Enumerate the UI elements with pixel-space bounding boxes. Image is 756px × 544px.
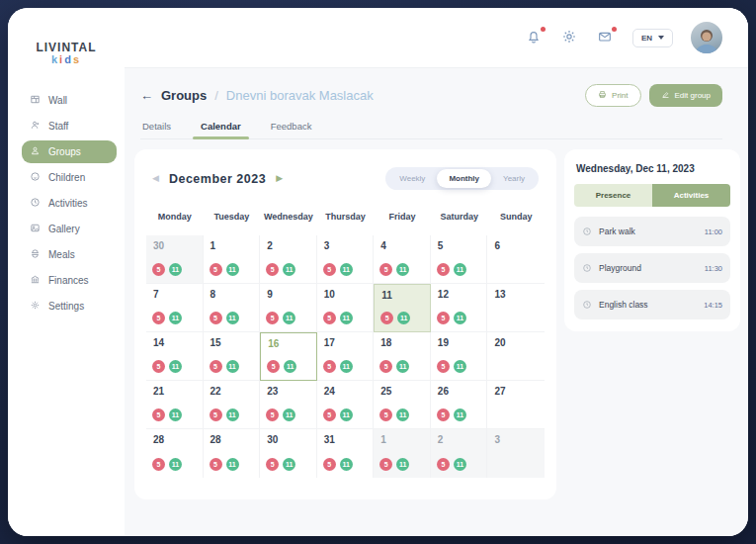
calendar-day-cell[interactable]: 2511 (260, 235, 317, 284)
day-badges: 511 (152, 360, 182, 373)
activity-row[interactable]: Park walk11:00 (574, 217, 730, 246)
tab-calendar[interactable]: Calendar (199, 121, 243, 138)
calendar-day-cell[interactable]: 11511 (374, 284, 431, 332)
calendar-day-cell[interactable]: 21511 (146, 381, 204, 429)
calendar-day-cell[interactable]: 30511 (260, 429, 317, 478)
day-panel-tab-activities[interactable]: Activities (652, 184, 730, 207)
language-code: EN (641, 34, 652, 43)
present-count-badge: 11 (169, 360, 182, 373)
messages-button[interactable] (597, 29, 615, 46)
day-number: 16 (268, 338, 316, 349)
calendar-day-cell[interactable]: 24511 (317, 381, 375, 429)
sidebar-item-label: Finances (48, 275, 89, 286)
calendar-day-cell[interactable]: 9511 (260, 284, 317, 332)
sidebar-item-gallery[interactable]: Gallery (22, 218, 117, 240)
calendar-day-cell[interactable]: 5511 (431, 235, 488, 284)
sidebar-item-meals[interactable]: Meals (22, 243, 117, 266)
calendar-day-cell[interactable]: 26511 (431, 381, 488, 429)
sidebar-item-finances[interactable]: Finances (22, 269, 117, 292)
present-count-badge: 11 (454, 458, 466, 471)
calendar-day-cell[interactable]: 8511 (204, 284, 261, 332)
calendar-day-cell[interactable]: 28511 (146, 429, 204, 478)
view-option-weekly[interactable]: Weekly (387, 169, 437, 188)
calendar-day-cell[interactable]: 31511 (317, 429, 375, 478)
calendar-day-cell[interactable]: 17511 (317, 332, 375, 381)
clock-icon (582, 296, 592, 314)
calendar-day-cell[interactable]: 3 (487, 429, 545, 478)
absent-count-badge: 5 (210, 408, 222, 421)
tab-details[interactable]: Details (140, 121, 173, 138)
day-number: 22 (210, 386, 260, 397)
calendar-day-cell[interactable]: 7511 (146, 284, 204, 332)
calendar-day-cell[interactable]: 30511 (146, 235, 204, 284)
sidebar-item-label: Groups (48, 146, 81, 157)
sidebar-item-label: Meals (48, 249, 75, 260)
sidebar-item-staff[interactable]: Staff (22, 115, 117, 137)
sidebar-item-label: Staff (48, 121, 68, 132)
calendar-day-cell[interactable]: 3511 (317, 235, 375, 284)
chevron-down-icon (658, 36, 664, 40)
absent-count-badge: 5 (152, 312, 165, 324)
sidebar-item-children[interactable]: Children (22, 166, 117, 189)
calendar-day-cell[interactable]: 15511 (204, 332, 261, 381)
calendar-day-cell[interactable]: 2511 (431, 429, 488, 478)
print-button[interactable]: Print (585, 84, 640, 107)
sidebar-item-activities[interactable]: Activities (22, 192, 117, 215)
calendar-day-cell[interactable]: 14511 (146, 332, 204, 381)
day-panel-tab-presence[interactable]: Presence (574, 184, 652, 207)
absent-count-badge: 5 (379, 458, 392, 471)
calendar-day-cell[interactable]: 25511 (374, 381, 431, 429)
calendar-day-cell[interactable]: 1511 (204, 235, 261, 284)
sidebar-item-settings[interactable]: Settings (22, 295, 117, 317)
view-option-yearly[interactable]: Yearly (491, 169, 537, 188)
sidebar-item-label: Wall (48, 95, 67, 106)
absent-count-badge: 5 (437, 458, 450, 471)
absent-count-badge: 5 (210, 360, 222, 373)
calendar-day-cell[interactable]: 16511 (260, 332, 317, 381)
calendar-day-cell[interactable]: 6 (487, 235, 545, 284)
breadcrumb-root[interactable]: Groups (161, 88, 207, 103)
calendar-day-cell[interactable]: 20 (487, 332, 545, 381)
day-badges: 511 (379, 408, 409, 421)
tab-feedback[interactable]: Feedback (269, 121, 314, 138)
user-avatar[interactable] (691, 22, 722, 53)
absent-count-badge: 5 (266, 458, 279, 471)
day-number: 1 (210, 240, 260, 251)
calendar-day-cell[interactable]: 10511 (317, 284, 375, 332)
present-count-badge: 11 (454, 408, 466, 421)
calendar-day-cell[interactable]: 28511 (204, 429, 261, 478)
calendar-day-cell[interactable]: 12511 (431, 284, 488, 332)
day-badges: 511 (152, 458, 182, 471)
settings-button[interactable] (561, 29, 579, 46)
calendar-day-cell[interactable]: 18511 (374, 332, 431, 381)
language-selector[interactable]: EN (632, 29, 673, 47)
next-month-button[interactable]: ▶ (276, 174, 283, 183)
prev-month-button[interactable]: ◀ (152, 174, 159, 183)
edit-group-button[interactable]: Edit group (649, 84, 722, 107)
notifications-button[interactable] (526, 29, 544, 46)
day-badges: 511 (437, 458, 466, 471)
mail-icon (597, 31, 613, 47)
calendar-day-cell[interactable]: 19511 (431, 332, 488, 381)
calendar-day-cell[interactable]: 23511 (260, 381, 317, 429)
activity-row[interactable]: Playground11:30 (574, 253, 730, 283)
absent-count-badge: 5 (210, 312, 222, 324)
back-button[interactable]: ← (140, 89, 153, 102)
day-badges: 511 (152, 408, 182, 421)
calendar-day-cell[interactable]: 1511 (374, 429, 431, 478)
calendar-day-cell[interactable]: 13 (487, 284, 545, 332)
sidebar-item-groups[interactable]: Groups (22, 140, 117, 163)
view-option-monthly[interactable]: Monthly (437, 169, 491, 188)
sidebar-item-wall[interactable]: Wall (22, 89, 117, 112)
activity-label: English class (599, 300, 697, 310)
calendar-day-cell[interactable]: 27 (487, 381, 545, 429)
calendar-header: ◀ December 2023 ▶ WeeklyMonthlyYearly (152, 167, 539, 190)
present-count-badge: 11 (454, 263, 466, 276)
calendar-day-cell[interactable]: 22511 (204, 381, 261, 429)
activity-row[interactable]: English class14:15 (574, 290, 730, 319)
absent-count-badge: 5 (323, 263, 336, 276)
absent-count-badge: 5 (323, 312, 336, 324)
calendar-day-cell[interactable]: 4511 (374, 235, 431, 284)
staff-icon (30, 120, 41, 133)
absent-count-badge: 5 (323, 458, 336, 471)
